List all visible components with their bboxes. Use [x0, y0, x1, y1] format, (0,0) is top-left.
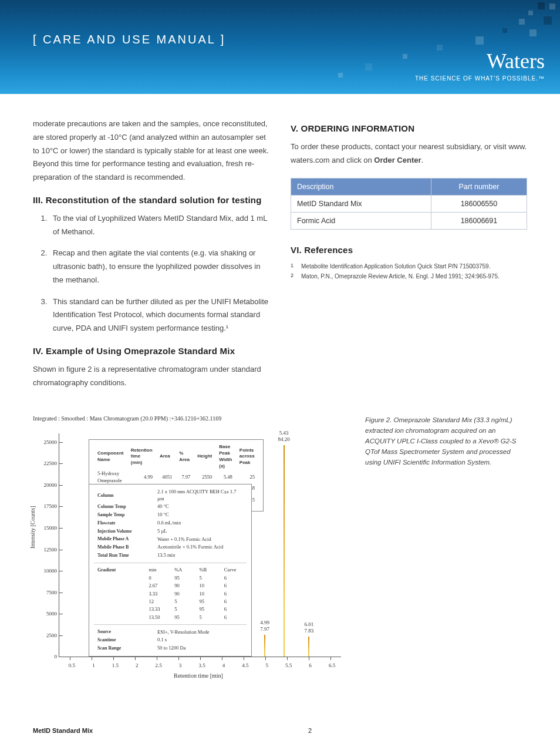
page-footer: MetID Standard Mix 2 [33, 727, 527, 734]
waters-logo: Waters [415, 51, 545, 72]
plot-area: Component NameRetention time (min)Area% … [59, 433, 341, 657]
references-list: 1Metabolite Identification Application S… [291, 262, 527, 281]
section-5-heading: V. ORDERING INFORMATION [291, 123, 527, 133]
left-column: moderate precautions are taken and the s… [33, 117, 269, 400]
conditions-inset: Column2.1 x 100 mm ACQUITY BEH C₁₈ 1.7 µ… [89, 484, 252, 657]
chromatogram-peak [308, 637, 309, 657]
footer-title: MetID Standard Mix [33, 727, 93, 734]
x-axis-label: Retention time [min] [174, 672, 223, 679]
step-3: This standard can be further diluted as … [49, 295, 269, 335]
intro-paragraph: moderate precautions are taken and the s… [33, 117, 269, 184]
step-1: To the vial of Lyophilized Waters MetID … [49, 212, 269, 239]
brand-block: Waters THE SCIENCE OF WHAT'S POSSIBLE.™ [415, 51, 545, 82]
right-column: V. ORDERING INFORMATION To order these p… [291, 117, 527, 400]
peak-label: 5.4384.20 [278, 430, 289, 443]
order-th-description: Description [291, 178, 431, 195]
page-title: [ CARE AND USE MANUAL ] [33, 33, 225, 46]
chromatogram-chart: Intensity [Counts] Component NameRetenti… [33, 425, 350, 678]
peak-label: 6.017.83 [304, 621, 313, 634]
plot-header: Integrated : Smoothed : Mass Chromatogra… [33, 415, 350, 422]
reference-1: 1Metabolite Identification Application S… [291, 262, 527, 271]
reconstitution-steps: To the vial of Lyophilized Waters MetID … [33, 212, 269, 335]
order-th-part: Part number [431, 178, 527, 195]
y-axis-label: Intensity [Counts] [29, 506, 36, 549]
chromatogram-peak [284, 445, 285, 657]
step-2: Recap and then agitate the vial contents… [49, 247, 269, 287]
header-banner: [ CARE AND USE MANUAL ] Waters THE SCIEN… [0, 0, 560, 94]
section-4-paragraph: Shown in figure 2 is a representative ch… [33, 363, 269, 390]
reference-2: 2Maton, P.N., Omeprazole Review Article,… [291, 272, 527, 281]
page-number: 2 [308, 727, 312, 734]
chromatogram-figure: Integrated : Smoothed : Mass Chromatogra… [33, 415, 350, 678]
ordering-paragraph: To order these products, contact your ne… [291, 140, 527, 167]
chromatogram-peak [264, 635, 265, 657]
section-6-heading: VI. References [291, 245, 527, 255]
figure-caption: Figure 2. Omeprazole Standard Mix (33.3 … [365, 415, 527, 467]
ordering-table: Description Part number MetID Standard M… [291, 178, 527, 230]
section-3-heading: III. Reconstitution of the standard solu… [33, 195, 269, 205]
brand-tagline: THE SCIENCE OF WHAT'S POSSIBLE.™ [415, 75, 545, 82]
table-row: Formic Acid 186006691 [291, 212, 527, 229]
section-4-heading: IV. Example of Using Omeprazole Standard… [33, 346, 269, 356]
peak-label: 4.997.97 [260, 620, 269, 632]
table-row: MetID Standard Mix 186006550 [291, 195, 527, 212]
